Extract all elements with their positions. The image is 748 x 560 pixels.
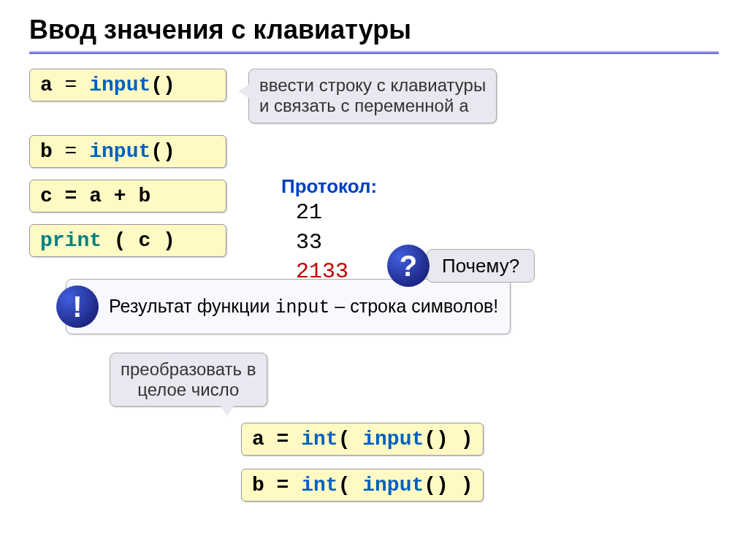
- code-parens: (): [150, 74, 175, 96]
- int-a-pre: a =: [252, 428, 301, 450]
- code-fn-input: input: [89, 74, 150, 96]
- code-line-4: print ( c ): [29, 224, 226, 257]
- int-a-mid: (: [338, 428, 363, 450]
- question-badge-icon: ?: [387, 245, 430, 287]
- result-fn: input: [275, 297, 329, 318]
- code-var-b: b: [40, 140, 53, 163]
- code-var-a: a: [40, 74, 53, 96]
- callout-text-2a: и связать с переменной: [259, 96, 459, 115]
- protocol-value-3: 2133: [296, 257, 377, 287]
- code-int-a: a = int( input() ): [241, 423, 484, 456]
- code-line-2: b = input(): [29, 135, 226, 168]
- code-arg-c: ( c ): [102, 229, 175, 252]
- int-b-fn2: input: [362, 474, 424, 496]
- callout-input-explain: ввести строку с клавиатуры и связать с п…: [248, 69, 497, 123]
- int-b-fn1: int: [301, 474, 337, 496]
- code-int-b: b = int( input() ): [241, 469, 484, 502]
- exclaim-badge-icon: !: [56, 285, 99, 328]
- callout-tail-icon: [238, 84, 250, 99]
- code-line-1: a = input(): [29, 69, 226, 101]
- code-fn-print: print: [40, 229, 102, 252]
- protocol-label: Протокол:: [281, 175, 377, 198]
- callout-text-1: ввести строку с клавиатуры: [259, 75, 486, 95]
- result-pre: Результат функции: [109, 296, 275, 316]
- page-title: Ввод значения с клавиатуры: [29, 15, 719, 45]
- convert-line-2: целое число: [121, 380, 256, 400]
- title-underline: [29, 51, 719, 54]
- convert-line-1: преобразовать в: [121, 359, 256, 380]
- protocol-value-1: 21: [296, 198, 377, 228]
- code-parens-2: (): [150, 140, 175, 163]
- int-b-pre: b =: [252, 474, 301, 496]
- callout-tail-down-icon: [220, 405, 234, 416]
- int-b-post: () ): [424, 474, 473, 496]
- protocol-block: Протокол: 21 33 2133: [281, 175, 377, 287]
- code-eq: =: [53, 74, 89, 96]
- int-b-mid: (: [338, 474, 363, 496]
- callout-text-2b: a: [459, 97, 469, 117]
- why-callout: Почему?: [427, 249, 535, 283]
- protocol-value-2: 33: [296, 228, 377, 258]
- why-block: ? Почему?: [387, 245, 535, 287]
- int-a-fn1: int: [301, 428, 337, 450]
- code-fn-input-2: input: [89, 140, 150, 163]
- result-post: – строка символов!: [329, 296, 498, 316]
- int-a-post: () ): [424, 428, 473, 450]
- code-line-3: c = a + b: [29, 180, 226, 212]
- int-a-fn2: input: [362, 428, 424, 450]
- code-eq-2: =: [53, 140, 89, 163]
- callout-convert: преобразовать в целое число: [110, 353, 267, 407]
- info-text: Результат функции input – строка символо…: [109, 296, 498, 318]
- why-text: Почему?: [442, 255, 519, 277]
- info-bar-result: ! Результат функции input – строка симво…: [66, 279, 511, 334]
